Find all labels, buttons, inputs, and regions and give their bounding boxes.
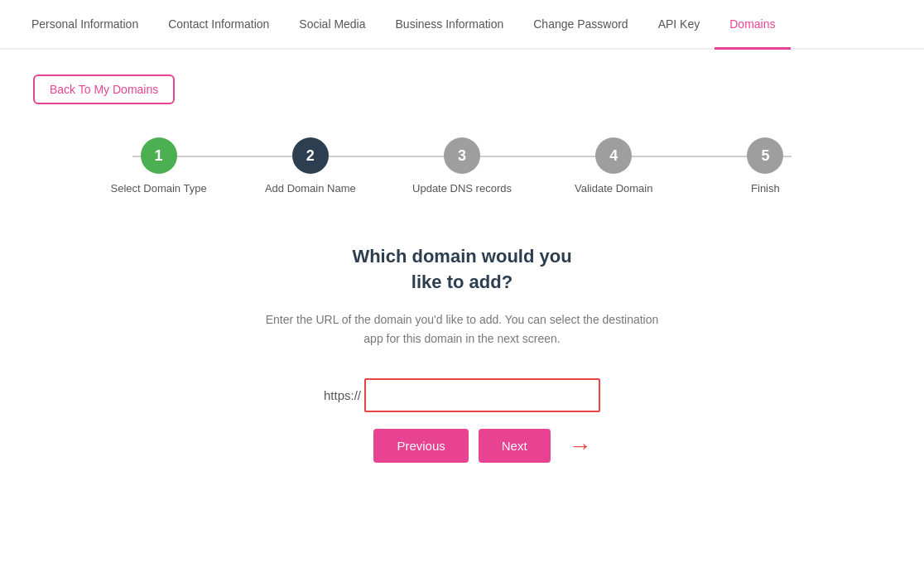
- domain-url-input[interactable]: [364, 378, 600, 412]
- arrow-indicator: →: [569, 433, 592, 459]
- step-1-circle: 1: [141, 137, 177, 174]
- step-5-circle: 5: [747, 137, 783, 174]
- form-description: Enter the URL of the domain you'd like t…: [263, 310, 661, 350]
- step-1: 1 Select Domain Type: [83, 137, 234, 195]
- form-title-line2: like to add?: [411, 272, 513, 292]
- button-row: Previous Next →: [373, 429, 550, 463]
- next-button[interactable]: Next: [479, 429, 551, 463]
- url-input-row: https://: [324, 378, 600, 412]
- step-4: 4 Validate Domain: [538, 137, 690, 195]
- step-1-label: Select Domain Type: [111, 182, 207, 195]
- step-3-label: Update DNS records: [412, 182, 512, 195]
- back-to-domains-button[interactable]: Back To My Domains: [33, 75, 175, 104]
- step-5-label: Finish: [751, 182, 780, 195]
- step-5: 5 Finish: [690, 137, 841, 195]
- top-nav: Personal Information Contact Information…: [0, 0, 924, 50]
- step-3: 3 Update DNS records: [386, 137, 537, 195]
- nav-social-media[interactable]: Social Media: [284, 0, 380, 50]
- step-3-circle: 3: [444, 137, 480, 174]
- nav-api-key[interactable]: API Key: [643, 0, 715, 50]
- step-2-label: Add Domain Name: [265, 182, 356, 195]
- form-area: Which domain would you like to add? Ente…: [33, 236, 891, 463]
- nav-personal-information[interactable]: Personal Information: [17, 0, 153, 50]
- nav-business-information[interactable]: Business Information: [381, 0, 519, 50]
- step-2-circle: 2: [292, 137, 329, 174]
- nav-contact-information[interactable]: Contact Information: [153, 0, 284, 50]
- main-content: Back To My Domains 1 Select Domain Type …: [0, 50, 924, 488]
- nav-domains[interactable]: Domains: [715, 0, 790, 50]
- form-title: Which domain would you like to add?: [352, 244, 571, 296]
- url-prefix-label: https://: [324, 388, 361, 402]
- step-2: 2 Add Domain Name: [234, 137, 386, 195]
- stepper: 1 Select Domain Type 2 Add Domain Name 3…: [33, 137, 891, 195]
- step-4-circle: 4: [595, 137, 632, 174]
- form-title-line1: Which domain would you: [352, 246, 571, 267]
- nav-change-password[interactable]: Change Password: [518, 0, 642, 50]
- step-4-label: Validate Domain: [575, 182, 652, 195]
- previous-button[interactable]: Previous: [373, 429, 468, 463]
